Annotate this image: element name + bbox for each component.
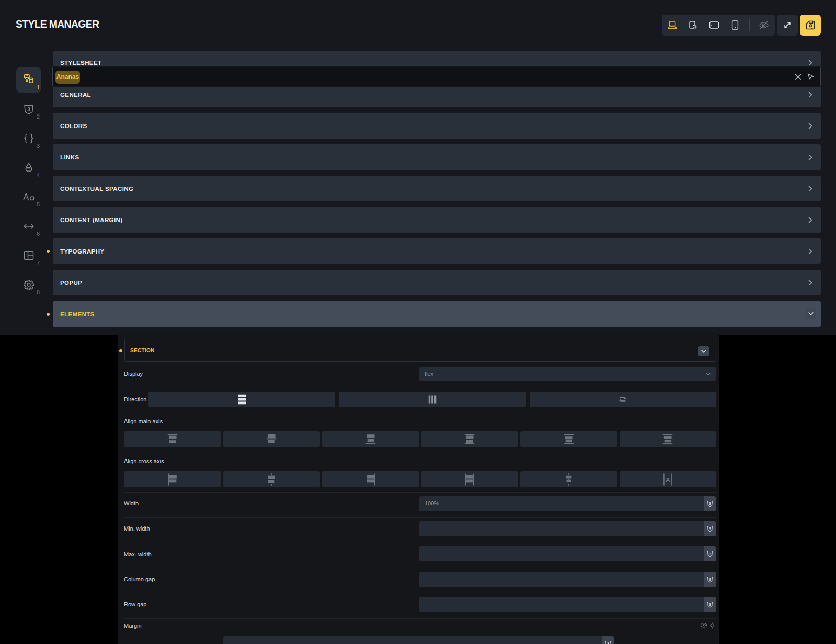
svg-text:3: 3 (708, 526, 711, 531)
svg-text:3: 3 (708, 602, 711, 607)
svg-text:3: 3 (708, 501, 711, 506)
svg-text:3: 3 (708, 551, 711, 556)
svg-text:3: 3 (27, 107, 30, 112)
svg-text:A: A (665, 476, 670, 484)
svg-text:3: 3 (708, 577, 711, 582)
svg-text:3: 3 (606, 641, 609, 644)
